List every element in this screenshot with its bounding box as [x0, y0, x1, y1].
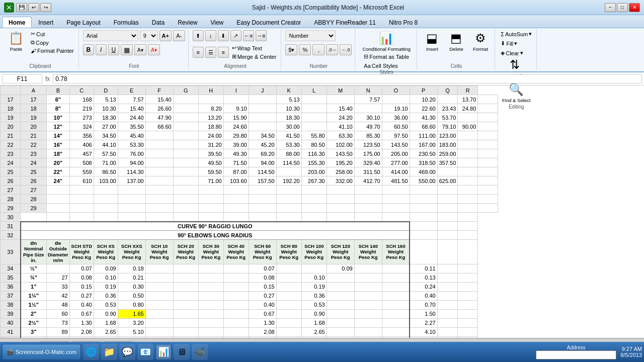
table-cell[interactable] [249, 95, 276, 104]
table-cell[interactable]: 34.50 [249, 131, 276, 140]
table-cell[interactable] [173, 291, 198, 300]
table-cell[interactable] [173, 149, 198, 158]
table-cell[interactable] [173, 309, 198, 318]
table-cell[interactable] [327, 336, 354, 338]
table-cell[interactable] [410, 222, 437, 231]
table-cell[interactable]: 1.30 [249, 318, 276, 327]
row-header[interactable]: 24 [21, 158, 47, 167]
table-cell[interactable]: 0.21 [118, 273, 145, 282]
grid-wrapper[interactable]: A B C D E F G H I J K L M N O P Q [0, 85, 644, 338]
table-cell[interactable] [301, 95, 327, 104]
row-header[interactable]: 37 [1, 291, 21, 300]
table-cell[interactable]: 9.10 [223, 104, 249, 113]
table-cell[interactable]: 2½" [21, 318, 47, 327]
table-cell[interactable] [437, 282, 458, 291]
table-cell[interactable] [354, 318, 382, 327]
table-cell[interactable]: CURVE 90° RAGGIO LUNGO [21, 222, 410, 231]
table-cell[interactable] [410, 186, 437, 195]
table-cell[interactable] [437, 204, 458, 213]
table-cell[interactable]: 414.00 [382, 167, 410, 176]
table-cell[interactable] [145, 140, 173, 149]
table-cell[interactable]: 18" [47, 149, 70, 158]
table-cell[interactable] [410, 204, 437, 213]
decrease-font-btn[interactable]: A- [173, 30, 185, 41]
table-cell[interactable]: 35.50 [118, 122, 145, 131]
table-cell[interactable]: 0.80 [118, 300, 145, 309]
table-cell[interactable]: 0.36 [94, 291, 118, 300]
header-cell[interactable]: Øe Outside Diameter m/m [47, 240, 70, 264]
table-cell[interactable] [276, 195, 301, 204]
table-cell[interactable]: 16" [47, 140, 70, 149]
table-cell[interactable]: 3.96 [94, 336, 118, 338]
table-cell[interactable]: 332.00 [327, 176, 354, 186]
table-cell[interactable] [354, 282, 382, 291]
table-cell[interactable]: 0.07 [69, 264, 94, 273]
table-cell[interactable]: 0.40 [69, 300, 94, 309]
col-header-d[interactable]: D [94, 86, 118, 95]
autosum-button[interactable]: Σ AutoSum ▾ [499, 30, 533, 38]
table-cell[interactable] [276, 291, 301, 300]
table-cell[interactable] [173, 95, 198, 104]
col-header-l[interactable]: L [301, 86, 327, 95]
table-cell[interactable] [173, 264, 198, 273]
table-cell[interactable] [249, 122, 276, 131]
redo-btn[interactable]: ↪ [40, 3, 51, 12]
table-cell[interactable] [223, 300, 249, 309]
table-cell[interactable] [198, 195, 223, 204]
table-cell[interactable]: 0.36 [301, 291, 327, 300]
table-cell[interactable] [173, 282, 198, 291]
table-cell[interactable] [382, 264, 410, 273]
table-cell[interactable] [173, 195, 198, 204]
table-cell[interactable] [458, 176, 478, 186]
table-cell[interactable] [47, 204, 70, 213]
col-header-b[interactable]: B [47, 86, 70, 95]
table-cell[interactable] [145, 204, 173, 213]
tab-nitro[interactable]: Nitro Pro 8 [382, 17, 424, 28]
table-cell[interactable] [173, 327, 198, 336]
table-cell[interactable]: 24.80 [458, 104, 478, 113]
table-cell[interactable] [276, 327, 301, 336]
table-cell[interactable] [437, 222, 458, 231]
table-cell[interactable]: 508 [69, 158, 94, 167]
clear-button[interactable]: ◈ Clear ▾ [499, 49, 524, 57]
table-cell[interactable] [145, 336, 173, 338]
table-cell[interactable]: 0.08 [249, 273, 276, 282]
table-cell[interactable] [249, 186, 276, 195]
table-cell[interactable] [478, 167, 498, 176]
table-cell[interactable] [69, 213, 94, 222]
table-cell[interactable]: 357.50 [437, 158, 458, 167]
table-cell[interactable]: 71.00 [94, 158, 118, 167]
merge-center-button[interactable]: ⊞ Merge & Center [230, 53, 278, 60]
table-cell[interactable]: 143.50 [327, 149, 354, 158]
table-cell[interactable] [198, 327, 223, 336]
table-cell[interactable]: 97.50 [382, 131, 410, 140]
align-middle-btn[interactable]: ↕ [205, 30, 216, 41]
table-cell[interactable]: 49.50 [198, 158, 223, 167]
table-cell[interactable]: 0.09 [327, 264, 354, 273]
row-header[interactable]: 23 [21, 149, 47, 158]
header-cell[interactable]: SCH 30 Weight Peso Kg [198, 240, 223, 264]
tab-insert[interactable]: Insert [32, 17, 60, 28]
table-cell[interactable]: 0.10 [301, 273, 327, 282]
col-header-a[interactable]: A [21, 86, 47, 95]
table-cell[interactable] [173, 213, 198, 222]
table-cell[interactable] [354, 186, 382, 195]
table-cell[interactable]: 15.90 [223, 113, 249, 122]
table-cell[interactable]: 175.00 [354, 149, 382, 158]
table-cell[interactable] [478, 113, 498, 122]
indent-decrease-btn[interactable]: ←≡ [243, 30, 254, 41]
table-cell[interactable]: 0.18 [118, 264, 145, 273]
wrap-text-button[interactable]: ↩ Wrap Text [230, 44, 278, 52]
table-cell[interactable] [47, 186, 70, 195]
table-cell[interactable]: 53.70 [437, 113, 458, 122]
table-cell[interactable]: 1¼" [21, 291, 47, 300]
table-cell[interactable]: 10" [47, 113, 70, 122]
table-cell[interactable]: 0.27 [249, 291, 276, 300]
table-cell[interactable] [437, 95, 458, 104]
row-header[interactable]: 22 [1, 140, 21, 149]
table-cell[interactable]: 625.00 [437, 176, 458, 186]
table-cell[interactable]: 102 [47, 336, 70, 338]
table-cell[interactable] [458, 149, 478, 158]
table-cell[interactable] [145, 300, 173, 309]
format-painter-button[interactable]: 🖌 Format Painter [29, 47, 75, 54]
